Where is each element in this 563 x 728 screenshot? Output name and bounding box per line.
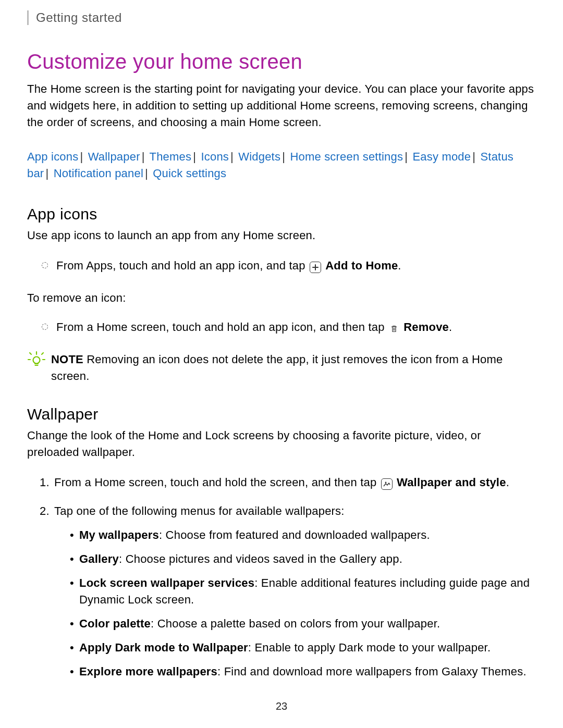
period: . xyxy=(506,476,509,489)
lightbulb-icon xyxy=(27,350,46,371)
list-item: Tap one of the following menus for avail… xyxy=(43,503,536,680)
wallpaper-steps: From a Home screen, touch and hold the s… xyxy=(43,474,536,680)
circle-bullet-icon xyxy=(42,262,48,268)
step-text: From a Home screen, touch and hold an ap… xyxy=(56,319,536,336)
toc-link-home-screen-settings[interactable]: Home screen settings xyxy=(290,150,403,163)
remove-trash-icon xyxy=(389,323,399,335)
section-heading-app-icons: App icons xyxy=(27,205,536,223)
remove-step-list: From a Home screen, touch and hold an ap… xyxy=(42,319,536,336)
list-item: Color palette: Choose a palette based on… xyxy=(70,615,536,632)
option-bold: Apply Dark mode to Wallpaper xyxy=(79,641,248,654)
step-text-bold: Remove xyxy=(403,320,449,334)
page-number: 23 xyxy=(276,700,287,712)
toc-link-wallpaper[interactable]: Wallpaper xyxy=(88,150,140,163)
svg-point-1 xyxy=(385,482,386,483)
app-icons-step-list: From Apps, touch and hold an app icon, a… xyxy=(42,257,536,274)
list-item: From a Home screen, touch and hold the s… xyxy=(43,474,536,491)
list-item: From Apps, touch and hold an app icon, a… xyxy=(42,257,536,274)
breadcrumb: Getting started xyxy=(27,10,536,25)
step-text-pre: From Apps, touch and hold an app icon, a… xyxy=(56,259,309,272)
wallpaper-picture-icon xyxy=(381,478,393,490)
list-item: Gallery: Choose pictures and videos save… xyxy=(70,551,536,567)
step-text: Tap one of the following menus for avail… xyxy=(54,504,345,517)
app-icons-intro: Use app icons to launch an app from any … xyxy=(27,227,536,244)
step-text-pre: From a Home screen, touch and hold the s… xyxy=(54,476,380,489)
list-item: From a Home screen, touch and hold an ap… xyxy=(42,319,536,336)
toc-link-widgets[interactable]: Widgets xyxy=(238,150,280,163)
option-bold: Lock screen wallpaper services xyxy=(79,576,254,589)
step-text-bold: Wallpaper and style xyxy=(397,476,506,489)
note-block: NOTE Removing an icon does not delete th… xyxy=(27,351,536,385)
svg-point-0 xyxy=(33,357,40,364)
toc-link-app-icons[interactable]: App icons xyxy=(27,150,78,163)
note-label: NOTE xyxy=(51,353,83,366)
option-bold: Gallery xyxy=(79,552,119,565)
page-title: Customize your home screen xyxy=(27,50,536,73)
wallpaper-intro: Change the look of the Home and Lock scr… xyxy=(27,427,536,461)
option-bold: Color palette xyxy=(79,617,151,630)
option-rest: : Choose pictures and videos saved in th… xyxy=(119,552,402,565)
toc-links: App icons| Wallpaper| Themes| Icons| Wid… xyxy=(27,149,536,182)
add-to-home-icon xyxy=(310,262,321,273)
toc-link-themes[interactable]: Themes xyxy=(150,150,192,163)
period: . xyxy=(398,259,401,272)
toc-link-notification-panel[interactable]: Notification panel xyxy=(54,167,143,180)
step-text-bold: Add to Home xyxy=(325,259,398,272)
step-text: From Apps, touch and hold an app icon, a… xyxy=(56,257,536,274)
list-item: Explore more wallpapers: Find and downlo… xyxy=(70,663,536,680)
period: . xyxy=(449,320,452,334)
toc-link-easy-mode[interactable]: Easy mode xyxy=(412,150,471,163)
option-rest: : Choose from featured and downloaded wa… xyxy=(159,528,430,541)
circle-bullet-icon xyxy=(42,324,48,330)
option-bold: My wallpapers xyxy=(79,528,159,541)
option-rest: : Enable to apply Dark mode to your wall… xyxy=(248,641,491,654)
option-bold: Explore more wallpapers xyxy=(79,665,217,678)
toc-link-icons[interactable]: Icons xyxy=(201,150,229,163)
toc-link-quick-settings[interactable]: Quick settings xyxy=(153,167,226,180)
intro-paragraph: The Home screen is the starting point fo… xyxy=(27,81,536,131)
list-item: Lock screen wallpaper services: Enable a… xyxy=(70,575,536,608)
note-text: NOTE Removing an icon does not delete th… xyxy=(51,351,536,385)
wallpaper-options: My wallpapers: Choose from featured and … xyxy=(70,527,536,680)
option-rest: : Find and download more wallpapers from… xyxy=(217,665,527,678)
step-text-pre: From a Home screen, touch and hold an ap… xyxy=(56,320,388,334)
remove-icon-intro: To remove an icon: xyxy=(27,290,536,306)
section-heading-wallpaper: Wallpaper xyxy=(27,405,536,423)
list-item: My wallpapers: Choose from featured and … xyxy=(70,527,536,544)
note-body: Removing an icon does not delete the app… xyxy=(51,353,503,382)
option-rest: : Choose a palette based on colors from … xyxy=(151,617,440,630)
list-item: Apply Dark mode to Wallpaper: Enable to … xyxy=(70,639,536,656)
